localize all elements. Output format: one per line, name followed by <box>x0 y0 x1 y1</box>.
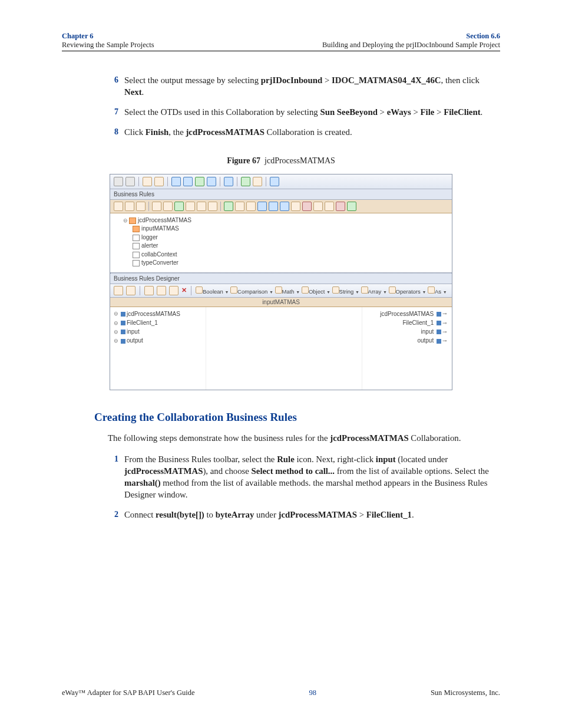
designer-mapping-area[interactable] <box>206 307 362 390</box>
menu-string[interactable]: String ▼ <box>332 288 359 295</box>
designer-tool-icon[interactable] <box>157 286 166 295</box>
section-heading: Creating the Collaboration Business Rule… <box>94 411 500 424</box>
step-text: Connect result(byte[]) to byteArray unde… <box>124 509 500 521</box>
intro-paragraph: The following steps demonstrate how the … <box>108 433 500 444</box>
nav-forward-icon[interactable] <box>125 177 135 186</box>
step-item: 7Select the OTDs used in this Collaborat… <box>108 107 500 118</box>
tree-root[interactable]: jcdProcessMATMAS <box>138 217 191 223</box>
tree-item[interactable]: inputMATMAS <box>115 225 447 233</box>
toolbar-icon[interactable] <box>253 177 262 186</box>
rules-tool-icon[interactable] <box>347 202 356 211</box>
menu-math[interactable]: Math ▼ <box>275 288 300 295</box>
left-tree-item[interactable]: ⊖output <box>114 336 202 345</box>
rules-tool-icon[interactable] <box>246 202 256 211</box>
rules-tool-icon[interactable] <box>291 202 300 211</box>
delete-icon[interactable]: ✕ <box>181 286 187 294</box>
step-text: From the Business Rules toolbar, select … <box>124 454 500 501</box>
rules-tool-icon[interactable] <box>302 202 312 211</box>
step-item: 6Select the output message by selecting … <box>108 75 500 98</box>
screenshot-figure: Business Rules <box>110 174 452 390</box>
footer-right: Sun Microsystems, Inc. <box>431 689 500 697</box>
output-port-icon <box>121 321 125 325</box>
menu-comparison[interactable]: Comparison ▼ <box>230 288 273 295</box>
left-tree-item[interactable]: ⊖jcdProcessMATMAS <box>114 309 202 318</box>
step-item: 1From the Business Rules toolbar, select… <box>108 454 500 501</box>
menu-array[interactable]: Array ▼ <box>361 288 387 295</box>
toolbar-icon[interactable] <box>195 177 204 186</box>
designer-canvas: ⊖jcdProcessMATMAS⊖FileClient_1⊖input⊖out… <box>110 307 452 390</box>
tree-item[interactable]: alerter <box>115 242 447 251</box>
designer-sub-header: inputMATMAS <box>110 298 452 307</box>
rules-tool-icon[interactable] <box>235 202 244 211</box>
node-icon <box>133 235 140 241</box>
menu-object[interactable]: Object ▼ <box>302 288 330 295</box>
nav-back-icon[interactable] <box>114 177 123 186</box>
rules-tool-icon[interactable] <box>197 202 206 211</box>
toolbar-icon[interactable] <box>143 177 152 186</box>
designer-tool-icon[interactable] <box>126 286 135 295</box>
rules-tool-icon[interactable] <box>224 202 233 211</box>
toolbar-icon[interactable] <box>207 177 216 186</box>
right-tree-item[interactable]: output ⊸ <box>366 336 448 345</box>
toolbar-icon[interactable] <box>241 177 250 186</box>
rules-tool-icon[interactable] <box>136 202 146 211</box>
left-tree-item[interactable]: ⊖FileClient_1 <box>114 318 202 327</box>
right-tree-item[interactable]: input ⊸ <box>366 327 448 336</box>
designer-left-tree: ⊖jcdProcessMATMAS⊖FileClient_1⊖input⊖out… <box>110 307 206 390</box>
input-port-icon <box>437 339 441 344</box>
step-text: Select the output message by selecting p… <box>124 75 500 98</box>
page-header: Chapter 6 Reviewing the Sample Projects … <box>62 32 500 51</box>
tree-item[interactable]: typeConverter <box>115 259 447 268</box>
chapter-subtitle: Reviewing the Sample Projects <box>62 41 154 50</box>
rules-toolbar <box>110 200 452 213</box>
node-icon <box>133 252 140 258</box>
toolbar-icon[interactable] <box>270 177 279 186</box>
designer-tool-icon[interactable] <box>114 286 123 295</box>
step-number: 8 <box>108 127 118 139</box>
rules-tool-icon[interactable] <box>313 202 323 211</box>
step-item: 2Connect result(byte[]) to byteArray und… <box>108 509 500 521</box>
rules-tool-icon[interactable] <box>186 202 195 211</box>
step-number: 6 <box>108 75 118 98</box>
designer-panel-title: Business Rules Designer <box>110 273 452 284</box>
toolbar-icon[interactable] <box>224 177 233 186</box>
steps-list-top: 6Select the output message by selecting … <box>62 75 500 139</box>
menu-operators[interactable]: Operators ▼ <box>389 288 427 295</box>
footer-left: eWay™ Adapter for SAP BAPI User's Guide <box>62 689 195 697</box>
toolbar-icon[interactable] <box>183 177 193 186</box>
section-subtitle: Building and Deploying the prjIDocInboun… <box>322 41 500 50</box>
toolbar-icon[interactable] <box>154 177 164 186</box>
page-footer: eWay™ Adapter for SAP BAPI User's Guide … <box>62 689 500 697</box>
rules-tool-icon[interactable] <box>174 202 184 211</box>
rules-tool-icon[interactable] <box>152 202 161 211</box>
rules-tool-icon[interactable] <box>280 202 289 211</box>
step-number: 1 <box>108 454 118 501</box>
menu-boolean[interactable]: Boolean ▼ <box>196 288 229 295</box>
designer-tool-icon[interactable] <box>169 286 178 295</box>
tree-item[interactable]: logger <box>115 233 447 242</box>
rules-tool-icon[interactable] <box>336 202 345 211</box>
rules-tool-icon[interactable] <box>208 202 217 211</box>
tree-item[interactable]: collabContext <box>115 251 447 259</box>
rules-tool-icon[interactable] <box>114 202 123 211</box>
designer-tool-icon[interactable] <box>144 286 154 295</box>
node-icon <box>133 243 140 249</box>
rules-tool-icon[interactable] <box>325 202 334 211</box>
rules-tool-icon[interactable] <box>125 202 134 211</box>
menu-as[interactable]: As ▼ <box>428 288 447 295</box>
output-port-icon <box>121 339 125 344</box>
rules-tool-icon[interactable] <box>257 202 267 211</box>
right-tree-item[interactable]: jcdProcessMATMAS ⊸ <box>366 309 448 318</box>
toolbar-icon[interactable] <box>171 177 181 186</box>
business-rules-panel-title: Business Rules <box>110 189 452 200</box>
chapter-label: Chapter 6 <box>62 32 154 41</box>
step-text: Click Finish, the jcdProcessMATMAS Colla… <box>124 127 500 139</box>
node-icon <box>133 260 140 266</box>
node-icon <box>133 226 140 232</box>
rules-tool-icon[interactable] <box>163 202 173 211</box>
output-port-icon <box>121 330 125 334</box>
right-tree-item[interactable]: FileClient_1 ⊸ <box>366 318 448 327</box>
left-tree-item[interactable]: ⊖input <box>114 327 202 336</box>
rules-tool-icon[interactable] <box>269 202 278 211</box>
output-port-icon <box>121 312 125 317</box>
